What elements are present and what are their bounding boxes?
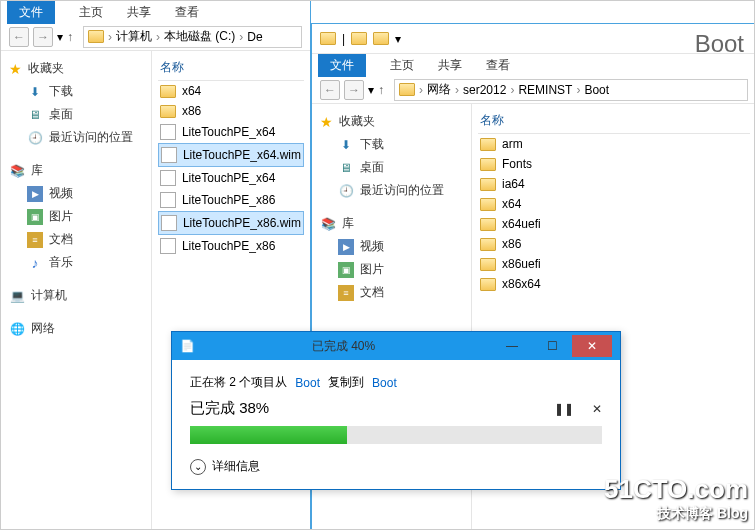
properties-icon[interactable] <box>351 32 367 45</box>
menu-share[interactable]: 共享 <box>127 4 151 21</box>
up-button[interactable]: ↑ <box>67 30 73 44</box>
dest-link[interactable]: Boot <box>372 376 397 390</box>
copy-description: 正在将 2 个项目从 Boot 复制到 Boot <box>190 374 602 391</box>
cancel-button[interactable]: ✕ <box>592 402 602 416</box>
up-button[interactable]: ↑ <box>378 83 384 97</box>
back-button[interactable]: ← <box>320 80 340 100</box>
folder-icon[interactable] <box>320 32 336 45</box>
tree-downloads[interactable]: ⬇下载 <box>316 133 467 156</box>
list-item[interactable]: x86 <box>158 101 304 121</box>
tree-network[interactable]: 🌐网络 <box>5 317 147 340</box>
crumb-network[interactable]: 网络 <box>427 81 451 98</box>
progress-bar <box>190 426 602 444</box>
copy-progress-dialog: 📄 已完成 40% — ☐ ✕ 正在将 2 个项目从 Boot 复制到 Boot… <box>171 331 621 490</box>
copy-icon: 📄 <box>180 339 195 353</box>
tree-libraries[interactable]: 📚库 <box>316 212 467 235</box>
close-button[interactable]: ✕ <box>572 335 612 357</box>
list-item-selected[interactable]: LiteTouchPE_x64.wim <box>158 143 304 167</box>
folder-icon <box>480 178 496 191</box>
dialog-titlebar[interactable]: 📄 已完成 40% — ☐ ✕ <box>172 332 620 360</box>
address-bar[interactable]: › 计算机 › 本地磁盘 (C:) › De <box>83 26 302 48</box>
list-item[interactable]: x86x64 <box>478 274 750 294</box>
crumb-drive[interactable]: 本地磁盘 (C:) <box>164 28 235 45</box>
forward-button[interactable]: → <box>33 27 53 47</box>
crumb-server[interactable]: ser2012 <box>463 83 506 97</box>
address-bar[interactable]: › 网络 › ser2012 › REMINST › Boot <box>394 79 748 101</box>
tree-pictures[interactable]: ▣图片 <box>316 258 467 281</box>
folder-icon <box>160 105 176 118</box>
tree-desktop[interactable]: 🖥桌面 <box>316 156 467 179</box>
list-item[interactable]: Fonts <box>478 154 750 174</box>
chevron-down-icon: ⌄ <box>190 459 206 475</box>
folder-icon <box>160 85 176 98</box>
nav-toolbar: ← → ▾ ↑ › 计算机 › 本地磁盘 (C:) › De <box>1 23 310 51</box>
watermark: 51CTO.com 技术博客 Blog <box>604 474 748 523</box>
column-name[interactable]: 名称 <box>158 55 304 81</box>
pause-button[interactable]: ❚❚ <box>554 402 574 416</box>
menu-home[interactable]: 主页 <box>79 4 103 21</box>
tree-videos[interactable]: ▶视频 <box>5 182 147 205</box>
folder-icon <box>480 138 496 151</box>
list-item-selected[interactable]: LiteTouchPE_x86.wim <box>158 211 304 235</box>
tree-favorites[interactable]: ★收藏夹 <box>316 110 467 133</box>
minimize-button[interactable]: — <box>492 335 532 357</box>
list-item[interactable]: x64 <box>478 194 750 214</box>
menu-home[interactable]: 主页 <box>390 57 414 74</box>
list-item[interactable]: ia64 <box>478 174 750 194</box>
list-item[interactable]: LiteTouchPE_x64 <box>158 121 304 143</box>
tree-favorites[interactable]: ★收藏夹 <box>5 57 147 80</box>
tree-videos[interactable]: ▶视频 <box>316 235 467 258</box>
list-item[interactable]: x86uefi <box>478 254 750 274</box>
forward-button[interactable]: → <box>344 80 364 100</box>
file-icon <box>160 238 176 254</box>
details-toggle[interactable]: ⌄ 详细信息 <box>190 458 602 475</box>
tree-recent[interactable]: 🕘最近访问的位置 <box>5 126 147 149</box>
back-button[interactable]: ← <box>9 27 29 47</box>
tree-documents[interactable]: ≡文档 <box>316 281 467 304</box>
menubar: 文件 主页 共享 查看 <box>312 54 755 76</box>
menubar: 文件 主页 共享 查看 <box>1 1 310 23</box>
file-icon <box>161 147 177 163</box>
menu-file[interactable]: 文件 <box>7 1 55 24</box>
menu-share[interactable]: 共享 <box>438 57 462 74</box>
new-folder-icon[interactable] <box>373 32 389 45</box>
tree-recent[interactable]: 🕘最近访问的位置 <box>316 179 467 202</box>
tree-downloads[interactable]: ⬇下载 <box>5 80 147 103</box>
folder-icon <box>480 218 496 231</box>
history-dropdown-icon[interactable]: ▾ <box>57 30 63 44</box>
dialog-title: 已完成 40% <box>195 338 492 355</box>
crumb-folder[interactable]: De <box>247 30 262 44</box>
tree-computer[interactable]: 💻计算机 <box>5 284 147 307</box>
tree-documents[interactable]: ≡文档 <box>5 228 147 251</box>
qat-dropdown-icon[interactable]: ▾ <box>395 32 401 46</box>
drive-icon <box>88 30 104 43</box>
folder-icon <box>480 198 496 211</box>
progress-label: 已完成 38% <box>190 399 269 418</box>
list-item[interactable]: x64 <box>158 81 304 101</box>
tree-music[interactable]: ♪音乐 <box>5 251 147 274</box>
column-name[interactable]: 名称 <box>478 108 750 134</box>
progress-fill <box>190 426 347 444</box>
history-dropdown-icon[interactable]: ▾ <box>368 83 374 97</box>
file-icon <box>160 170 176 186</box>
crumb-boot[interactable]: Boot <box>584 83 609 97</box>
menu-view[interactable]: 查看 <box>486 57 510 74</box>
list-item[interactable]: LiteTouchPE_x86 <box>158 235 304 257</box>
list-item[interactable]: LiteTouchPE_x64 <box>158 167 304 189</box>
list-item[interactable]: LiteTouchPE_x86 <box>158 189 304 211</box>
menu-file[interactable]: 文件 <box>318 54 366 77</box>
folder-icon <box>480 258 496 271</box>
source-link[interactable]: Boot <box>295 376 320 390</box>
menu-view[interactable]: 查看 <box>175 4 199 21</box>
tree-desktop[interactable]: 🖥桌面 <box>5 103 147 126</box>
maximize-button[interactable]: ☐ <box>532 335 572 357</box>
crumb-computer[interactable]: 计算机 <box>116 28 152 45</box>
tree-pictures[interactable]: ▣图片 <box>5 205 147 228</box>
list-item[interactable]: x86 <box>478 234 750 254</box>
file-icon <box>160 124 176 140</box>
list-item[interactable]: arm <box>478 134 750 154</box>
tree-libraries[interactable]: 📚库 <box>5 159 147 182</box>
quick-access-toolbar: | ▾ Boot <box>312 24 755 54</box>
list-item[interactable]: x64uefi <box>478 214 750 234</box>
crumb-reminst[interactable]: REMINST <box>518 83 572 97</box>
